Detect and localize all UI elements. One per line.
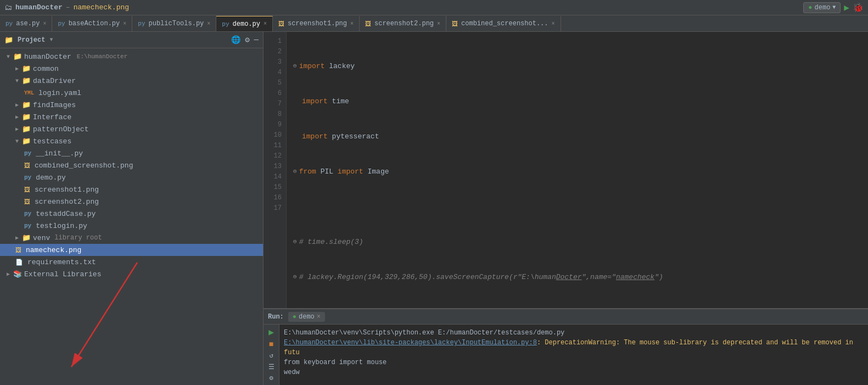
output-link[interactable]: E:\humanDocter\venv\lib\site-packages\la… bbox=[284, 339, 537, 347]
tree-label-venv: venv bbox=[33, 234, 50, 242]
tab-ase[interactable]: py ase.py × bbox=[0, 16, 52, 31]
dropdown-icon: ▼ bbox=[49, 37, 53, 43]
globe-icon[interactable]: 🌐 bbox=[231, 35, 240, 44]
run-output: E:\humanDocter\venv\Scripts\python.exe E… bbox=[279, 325, 868, 385]
sidebar-item-testcases[interactable]: ▼ 📁 testcases bbox=[0, 135, 263, 147]
sidebar-item-external-libraries[interactable]: ▶ 📚 External Libraries bbox=[0, 268, 263, 280]
tab-close-ase[interactable]: × bbox=[43, 21, 46, 27]
sidebar-item-dataDriver[interactable]: ▼ 📁 dataDriver bbox=[0, 75, 263, 87]
tree-label-testcases: testcases bbox=[33, 137, 71, 146]
tab-label-baseAction: baseAction.py bbox=[69, 20, 120, 27]
chevron-right-icon: ▶ bbox=[15, 102, 19, 108]
sidebar-item-init[interactable]: py __init__.py bbox=[0, 147, 263, 159]
run-config-label: demo bbox=[815, 4, 831, 12]
tab-bar: py ase.py × py baseAction.py × py public… bbox=[0, 15, 868, 32]
folder-icon: 📁 bbox=[22, 101, 31, 109]
run-settings-button[interactable]: ⚙ bbox=[266, 374, 277, 383]
png-file-icon: 🖼 bbox=[15, 247, 21, 254]
code-line-2: import time bbox=[293, 96, 861, 107]
tab-combined[interactable]: 🖼 combined_screenshot... × bbox=[446, 16, 561, 31]
sidebar-actions: 🌐 ⚙ — bbox=[231, 35, 259, 44]
line-num-5: 5 bbox=[264, 78, 286, 88]
tab-screenshot1[interactable]: 🖼 screenshot1.png × bbox=[273, 16, 360, 31]
folder-icon: 📁 bbox=[22, 113, 31, 121]
chevron-down-icon: ▼ bbox=[832, 4, 836, 10]
keyword: import bbox=[338, 166, 363, 177]
fold-icon[interactable]: ⊖ bbox=[293, 166, 297, 177]
tab-close-combined[interactable]: × bbox=[552, 21, 555, 27]
gear-settings-icon[interactable]: ⚙ bbox=[245, 35, 249, 44]
project-folder-icon: 📁 bbox=[4, 36, 13, 44]
run-tab-demo[interactable]: ● demo × bbox=[288, 312, 325, 322]
tab-close-demo[interactable]: × bbox=[264, 21, 267, 27]
sidebar-item-demo-py[interactable]: py demo.py bbox=[0, 171, 263, 183]
line-num-11: 11 bbox=[264, 141, 286, 151]
tab-label-demo: demo.py bbox=[233, 20, 260, 28]
tab-screenshot2[interactable]: 🖼 screenshot2.png × bbox=[360, 16, 446, 31]
run-scroll-button[interactable]: ☰ bbox=[266, 362, 277, 372]
line-num-9: 9 bbox=[264, 120, 286, 130]
tab-close-screenshot2[interactable]: × bbox=[437, 21, 440, 27]
sidebar-item-screenshot1[interactable]: 🖼 screenshot1.png bbox=[0, 183, 263, 196]
fold-icon[interactable]: ⊖ bbox=[293, 272, 297, 282]
output-line-1: E:\humanDocter\venv\Scripts\python.exe E… bbox=[284, 328, 864, 338]
yaml-icon: YML bbox=[24, 90, 34, 96]
line-num-10: 10 bbox=[264, 130, 286, 141]
fold-icon[interactable]: ⊖ bbox=[293, 61, 297, 71]
line-num-16: 16 bbox=[264, 193, 286, 203]
output-line-4: wedw bbox=[284, 367, 864, 377]
run-panel: Run: ● demo × ▶ ■ ↺ ☰ ⚙ E:\humanDocter\v… bbox=[264, 308, 868, 385]
tab-close-baseAction[interactable]: × bbox=[123, 21, 126, 27]
sidebar-item-namecheck[interactable]: 🖼 namecheck.png bbox=[0, 244, 263, 256]
tab-close-screenshot1[interactable]: × bbox=[350, 21, 354, 27]
fold-icon[interactable]: ⊖ bbox=[293, 237, 297, 247]
tree-label-humanDocter: humanDocter bbox=[24, 53, 71, 61]
comment: # time.sleep(3) bbox=[299, 237, 363, 247]
sidebar-item-requirements[interactable]: 📄 requirements.txt bbox=[0, 256, 263, 268]
run-play-button[interactable]: ▶ bbox=[266, 327, 277, 338]
sidebar-item-patternObject[interactable]: ▶ 📁 patternObject bbox=[0, 123, 263, 135]
run-tab-label: demo bbox=[299, 313, 315, 321]
sidebar-title: Project bbox=[18, 36, 45, 44]
code-text: time bbox=[328, 96, 349, 107]
tree-label-screenshot1: screenshot1.png bbox=[35, 186, 99, 194]
sidebar-item-testlogin[interactable]: py testlogin.py bbox=[0, 220, 263, 232]
run-button[interactable]: ▶ bbox=[844, 2, 849, 13]
sidebar: 📁 Project ▼ 🌐 ⚙ — ▼ 📁 humanDocter E:\hum… bbox=[0, 32, 264, 385]
debug-button[interactable]: 🐞 bbox=[853, 2, 864, 13]
tab-label-publicTools: publicTools.py bbox=[148, 20, 204, 27]
line-num-12: 12 bbox=[264, 151, 286, 161]
tab-publicTools[interactable]: py publicTools.py × bbox=[132, 16, 216, 31]
run-config-selector[interactable]: ● demo ▼ bbox=[803, 2, 841, 13]
tree-label-common: common bbox=[33, 65, 59, 73]
chevron-down-icon: ▼ bbox=[15, 78, 19, 84]
sidebar-item-testaddCase[interactable]: py testaddCase.py bbox=[0, 208, 263, 220]
tab-demo[interactable]: py demo.py × bbox=[216, 16, 273, 31]
tree-label-Interface: Interface bbox=[33, 113, 71, 121]
hide-panel-icon[interactable]: — bbox=[254, 35, 259, 44]
chevron-right-icon: ▶ bbox=[15, 114, 19, 120]
sidebar-item-screenshot2[interactable]: 🖼 screenshot2.png bbox=[0, 196, 263, 208]
tree-label-loginYaml: login.yaml bbox=[38, 89, 81, 97]
sidebar-item-findImages[interactable]: ▶ 📁 findImages bbox=[0, 99, 263, 111]
sidebar-item-common[interactable]: ▶ 📁 common bbox=[0, 63, 263, 75]
tab-close-publicTools[interactable]: × bbox=[207, 21, 210, 27]
sidebar-item-Interface[interactable]: ▶ 📁 Interface bbox=[0, 111, 263, 123]
run-rerun-button[interactable]: ↺ bbox=[266, 351, 277, 361]
run-stop-button[interactable]: ■ bbox=[266, 340, 277, 349]
tree-label-dataDriver: dataDriver bbox=[33, 77, 76, 85]
sidebar-item-venv[interactable]: ▶ 📁 venv library root bbox=[0, 232, 263, 244]
chevron-right-icon: ▶ bbox=[15, 235, 19, 241]
sidebar-item-loginYaml[interactable]: YML login.yaml bbox=[0, 87, 263, 99]
sidebar-item-humanDocter[interactable]: ▼ 📁 humanDocter E:\humanDocter bbox=[0, 51, 263, 63]
line-num-6: 6 bbox=[264, 88, 286, 99]
folder-icon: 📁 bbox=[22, 125, 31, 133]
title-bar: 🗂 humanDocter – namecheck.png ● demo ▼ ▶… bbox=[0, 0, 868, 15]
code-editor[interactable]: 1 2 3 4 5 6 7 8 9 10 11 12 13 14 15 16 1… bbox=[264, 32, 868, 308]
tab-baseAction[interactable]: py baseAction.py × bbox=[52, 16, 132, 31]
code-content[interactable]: ⊖ import lackey import time import pytes… bbox=[287, 32, 868, 308]
sidebar-item-combined-screenshot[interactable]: 🖼 combined_screenshot.png bbox=[0, 159, 263, 171]
sidebar-scroll[interactable] bbox=[0, 381, 263, 385]
py-file-icon: py bbox=[24, 222, 31, 229]
run-tab-close[interactable]: × bbox=[317, 313, 321, 321]
